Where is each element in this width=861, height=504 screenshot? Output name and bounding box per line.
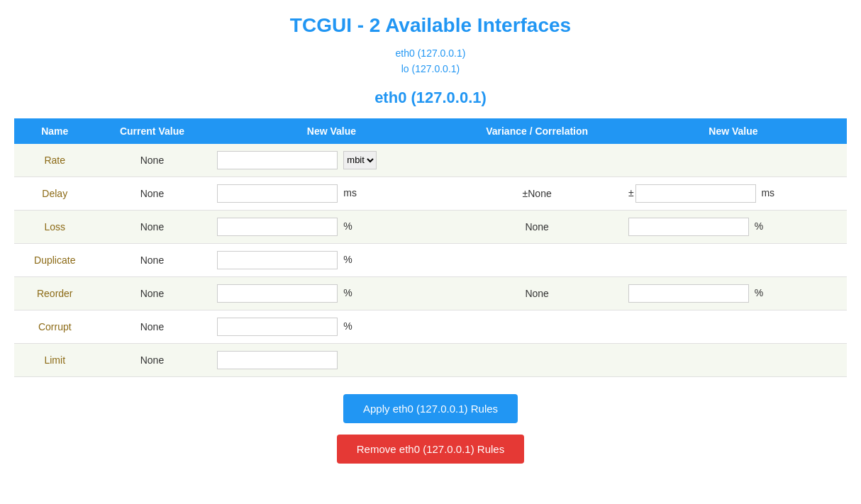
remove-button[interactable]: Remove eth0 (127.0.0.1) Rules [337,435,524,464]
table-row: Limit None [14,343,847,376]
row-current-loss: None [96,210,209,243]
table-row: Delay None ms ±None ± ms [14,177,847,210]
table-row: Corrupt None % [14,310,847,343]
buttons-container: Apply eth0 (127.0.0.1) Rules Remove eth0… [14,394,847,464]
rate-input[interactable] [217,151,338,169]
col-header-new-value: New Value [209,118,454,144]
interface-link-eth0[interactable]: eth0 (127.0.0.1) [14,45,847,61]
page-title: TCGUI - 2 Available Interfaces [14,14,847,37]
row-new-rate: mbit kbit gbit [209,144,454,177]
loss-variance-label: None [525,221,548,233]
reorder-unit: % [343,287,352,298]
reorder-variance-unit: % [755,287,763,298]
row-new-corrupt: % [209,310,454,343]
row-name-duplicate: Duplicate [14,243,96,276]
row-variance-corrupt [454,310,619,343]
col-header-variance: Variance / Correlation [454,118,619,144]
row-current-duplicate: None [96,243,209,276]
loss-variance-input[interactable] [628,218,749,236]
interfaces-list: eth0 (127.0.0.1) lo (127.0.0.1) [14,45,847,77]
col-header-name: Name [14,118,96,144]
delay-input[interactable] [217,184,338,203]
delay-variance-label: ±None [523,188,552,199]
delay-variance-prefix: ± [628,187,634,198]
settings-table: Name Current Value New Value Variance / … [14,118,847,377]
delay-variance-input[interactable] [635,184,756,203]
row-variance-limit [454,343,619,376]
row-new-limit [209,343,454,376]
loss-unit: % [343,220,352,232]
row-name-loss: Loss [14,210,96,243]
row-name-rate: Rate [14,144,96,177]
duplicate-unit: % [343,254,352,265]
loss-input[interactable] [217,218,338,236]
row-new-delay: ms [209,177,454,210]
row-variance-new-reorder: % [620,276,847,310]
row-current-corrupt: None [96,310,209,343]
row-variance-duplicate [454,243,619,276]
row-variance-new-delay: ± ms [620,177,847,210]
row-name-corrupt: Corrupt [14,310,96,343]
row-current-delay: None [96,177,209,210]
row-name-limit: Limit [14,343,96,376]
row-variance-delay: ±None [454,177,619,210]
row-variance-loss: None [454,210,619,243]
row-name-reorder: Reorder [14,276,96,310]
row-variance-reorder: None [454,276,619,310]
table-header-row: Name Current Value New Value Variance / … [14,118,847,144]
row-variance-rate [454,144,619,177]
row-current-limit: None [96,343,209,376]
corrupt-input[interactable] [217,318,338,336]
row-variance-new-corrupt [620,310,847,343]
table-row: Duplicate None % [14,243,847,276]
delay-variance-unit: ms [761,187,774,198]
corrupt-unit: % [343,320,352,332]
row-new-reorder: % [209,276,454,310]
rate-unit-select[interactable]: mbit kbit gbit [343,151,377,169]
row-variance-new-rate [620,144,847,177]
table-row: Reorder None % None % [14,276,847,310]
row-new-duplicate: % [209,243,454,276]
table-row: Loss None % None % [14,210,847,243]
col-header-current-value: Current Value [96,118,209,144]
limit-input[interactable] [217,351,338,369]
reorder-variance-label: None [525,288,548,299]
apply-button[interactable]: Apply eth0 (127.0.0.1) Rules [343,394,518,423]
interface-link-lo[interactable]: lo (127.0.0.1) [14,61,847,77]
delay-unit: ms [343,187,357,198]
table-row: Rate None mbit kbit gbit [14,144,847,177]
row-variance-new-limit [620,343,847,376]
active-interface-heading: eth0 (127.0.0.1) [14,89,847,107]
row-current-reorder: None [96,276,209,310]
row-variance-new-loss: % [620,210,847,243]
row-current-rate: None [96,144,209,177]
duplicate-input[interactable] [217,251,338,269]
col-header-variance-new-value: New Value [620,118,847,144]
reorder-input[interactable] [217,284,338,303]
row-variance-new-duplicate [620,243,847,276]
loss-variance-unit: % [755,220,763,232]
row-name-delay: Delay [14,177,96,210]
row-new-loss: % [209,210,454,243]
reorder-variance-input[interactable] [628,284,749,303]
